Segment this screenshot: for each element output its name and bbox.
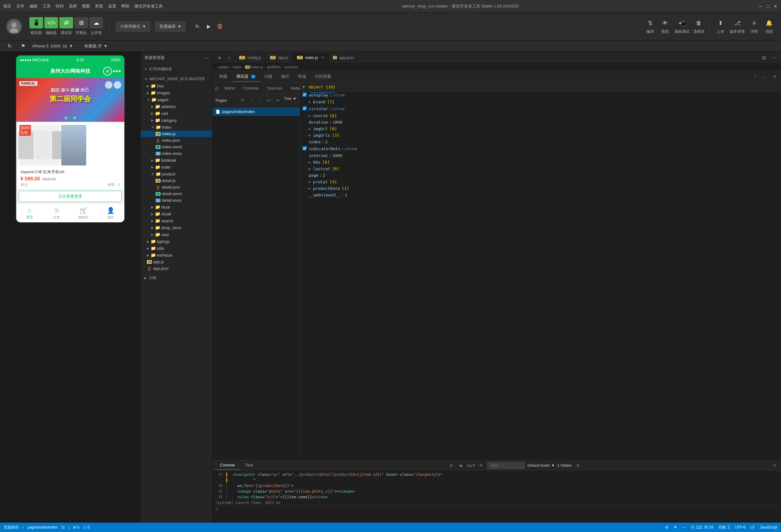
- breadcrumb-pages[interactable]: pages: [219, 65, 229, 69]
- hotreload-toggle-icon[interactable]: ▼: [104, 44, 108, 48]
- file-index-json[interactable]: {} index.json: [140, 137, 212, 144]
- course-toggle-icon[interactable]: ▶: [309, 114, 313, 118]
- circular-checkbox[interactable]: [302, 106, 307, 110]
- console-close-icon[interactable]: ✕: [771, 462, 779, 469]
- close-button[interactable]: ✕: [773, 4, 778, 9]
- expand-icon[interactable]: ⌄: [761, 73, 769, 81]
- simulator-btn[interactable]: 📱 模拟器: [29, 17, 43, 36]
- folder-utils[interactable]: 📁 utils: [140, 245, 212, 252]
- folder-cart[interactable]: 📁 cart: [140, 110, 212, 117]
- file-detail-json[interactable]: {} detail.json: [140, 184, 212, 190]
- folder-doc[interactable]: 📁 Doc: [140, 82, 212, 89]
- procat-toggle-icon[interactable]: ▶: [309, 180, 313, 184]
- cloud-btn[interactable]: ☁ 云开发: [89, 17, 103, 36]
- menu-interface[interactable]: 界面: [95, 3, 103, 9]
- folder-order[interactable]: 📁 order: [140, 164, 212, 171]
- tab-build[interactable]: 构建: [215, 72, 232, 82]
- breadcrumb-back-icon[interactable]: ←: [225, 53, 234, 62]
- kbs-toggle-icon[interactable]: ▶: [309, 161, 313, 164]
- preview-action[interactable]: 👁 预览: [659, 18, 671, 34]
- page-item-index[interactable]: 📄 pages/index/index: [212, 107, 299, 116]
- file-index-wxss[interactable]: S index.wxss: [140, 150, 212, 157]
- top-selector[interactable]: top ▼: [467, 462, 475, 469]
- menu-project[interactable]: 项目: [3, 3, 11, 9]
- status-copy-icon[interactable]: ⊡: [61, 525, 65, 530]
- menu-goto[interactable]: 转到: [55, 3, 64, 9]
- menu-wechat-tools[interactable]: 微信开发者工具: [134, 3, 163, 9]
- file-app-json[interactable]: {} app.json: [140, 265, 212, 272]
- imgurl-toggle-icon[interactable]: ▶: [309, 127, 313, 131]
- autoplay-checkbox[interactable]: [302, 92, 307, 97]
- folder-shop-store[interactable]: 📁 shop_store: [140, 224, 212, 231]
- console-tab-console[interactable]: Console: [215, 461, 240, 470]
- wxml-tab-icon[interactable]: ⊡: [215, 85, 218, 92]
- breadcrumb-getmore[interactable]: getMore: [267, 65, 281, 69]
- brand-toggle-icon[interactable]: ▶: [309, 100, 313, 104]
- nav-back-icon[interactable]: ↓: [256, 96, 264, 104]
- breadcrumb-js-file[interactable]: index.js: [251, 65, 263, 69]
- mode-select[interactable]: 小程序模式 ▼: [116, 21, 150, 32]
- tab-index-js[interactable]: JS index.js ✕: [293, 53, 328, 62]
- translate-action[interactable]: ⇅ 编译: [645, 18, 656, 34]
- file-index-js[interactable]: JS index.js: [140, 131, 212, 137]
- menu-view[interactable]: 视图: [82, 3, 90, 9]
- tab-app-js[interactable]: JS app.js: [266, 53, 293, 62]
- tab-output[interactable]: 输出: [277, 72, 294, 82]
- nav-cart[interactable]: 🛒 购物车: [70, 204, 97, 222]
- refresh-icon[interactable]: ↻: [193, 22, 202, 31]
- productdata-toggle-icon[interactable]: ▶: [309, 187, 313, 190]
- folder-search[interactable]: 📁 search: [140, 217, 212, 224]
- file-detail-wxss[interactable]: S detail.wxss: [140, 197, 212, 204]
- index-js-tab-close[interactable]: ✕: [321, 55, 324, 60]
- status-view-icon[interactable]: 👁: [673, 525, 677, 530]
- folder-index[interactable]: 📁 index: [140, 124, 212, 131]
- nav-forward-icon[interactable]: ↑: [248, 96, 255, 104]
- version-action[interactable]: ⎇ 版本管理: [730, 18, 745, 34]
- play-console-icon[interactable]: ▶: [457, 462, 465, 469]
- breadcrumb-index[interactable]: index: [233, 65, 242, 69]
- console-tab-task[interactable]: Task: [240, 461, 258, 470]
- open-editors-header[interactable]: 打开的编辑器: [140, 65, 212, 73]
- menu-tools[interactable]: 工具: [42, 3, 51, 9]
- phone-banner[interactable]: RAMICAL 励志·奋斗·超越·自己 第二届同学会: [16, 78, 124, 122]
- menu-file[interactable]: 文件: [16, 3, 25, 9]
- indicatordots-checkbox[interactable]: [302, 146, 307, 150]
- nav-profile[interactable]: 👤 我的: [97, 204, 124, 222]
- nav-home[interactable]: ⌂ 首页: [16, 204, 43, 222]
- folder-typings[interactable]: 📁 typings: [140, 238, 212, 245]
- folder-user[interactable]: 📁 user: [140, 231, 212, 238]
- folder-rituall[interactable]: 📁 rituall: [140, 211, 212, 217]
- status-more-icon[interactable]: ⋯: [682, 525, 686, 530]
- folder-pages[interactable]: 📁 pages: [140, 96, 212, 103]
- user-avatar[interactable]: [6, 19, 22, 34]
- lastcat-toggle-icon[interactable]: ▶: [309, 167, 313, 171]
- tab-code-quality[interactable]: 代码质量: [311, 72, 335, 82]
- forward-icon[interactable]: ⚑: [19, 42, 28, 51]
- imgurls-toggle-icon[interactable]: ▶: [309, 134, 313, 137]
- tab-issues[interactable]: 问题: [260, 72, 277, 82]
- menu-settings[interactable]: 设置: [108, 3, 116, 9]
- file-panel-menu-icon[interactable]: ⋯: [204, 55, 208, 60]
- message-action[interactable]: 🔔 消息: [764, 18, 775, 34]
- more-button[interactable]: 点击查看更多: [19, 191, 122, 202]
- tree-dropdown-icon[interactable]: ▼: [293, 96, 296, 104]
- folder-category[interactable]: 📁 category: [140, 117, 212, 124]
- menu-edit[interactable]: 编辑: [29, 3, 38, 9]
- window-controls[interactable]: ─ □ ✕: [758, 4, 778, 9]
- folder-listdetail[interactable]: 📁 listdetail: [140, 157, 212, 164]
- outline-header[interactable]: 大纲: [140, 274, 212, 282]
- subtab-sources[interactable]: Sources: [263, 84, 286, 93]
- collapse-icon[interactable]: ⌃: [751, 73, 758, 81]
- compile-select[interactable]: 普通编译 ▼: [155, 21, 186, 32]
- phone-icon[interactable]: 📵: [215, 22, 224, 31]
- file-app-js[interactable]: JS app.js: [140, 259, 212, 265]
- folder-wxparse[interactable]: 📁 wxParse: [140, 252, 212, 259]
- tab-config-js[interactable]: JS config.js: [235, 53, 266, 62]
- breadcrumb-success[interactable]: success: [285, 65, 298, 69]
- console-filter-input[interactable]: [487, 462, 525, 469]
- folder-address[interactable]: 📁 address: [140, 103, 212, 110]
- file-index-wxml[interactable]: W index.wxml: [140, 144, 212, 150]
- console-settings-icon[interactable]: ⚙: [574, 462, 582, 469]
- minimize-button[interactable]: ─: [758, 4, 763, 9]
- tab-app-json[interactable]: {} app.json: [329, 53, 358, 62]
